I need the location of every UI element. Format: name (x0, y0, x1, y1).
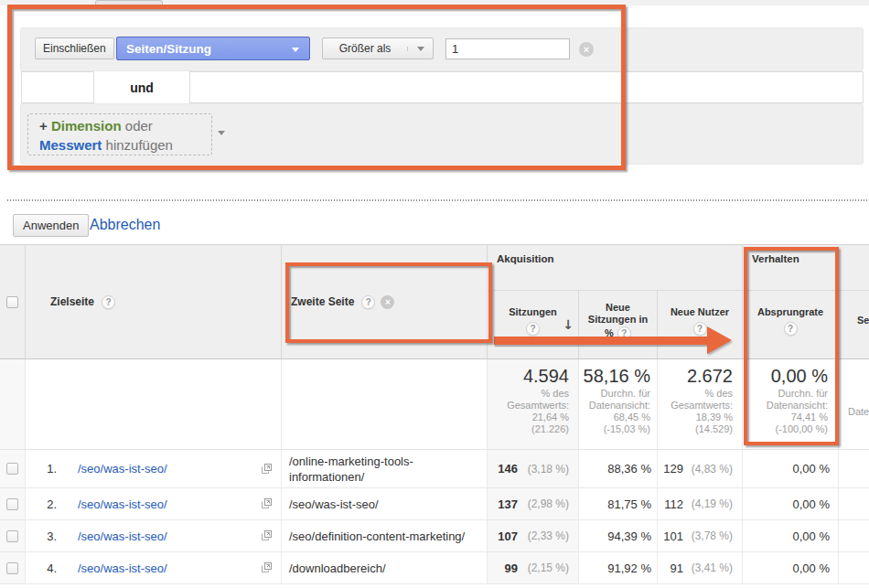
open-in-new-icon[interactable] (261, 529, 273, 544)
report-table: Zielseite ? Zweite Seite ? × Akquisition… (0, 244, 869, 588)
zweite-seite-cell: /online-marketing-tools-informationen/ (282, 450, 488, 487)
column-header-neue-sitzungen[interactable]: Neue Sitzungen in % ? (579, 291, 658, 358)
open-in-new-icon[interactable] (261, 463, 273, 477)
neue-sitzungen-line2: Sitzungen in (588, 314, 648, 326)
neue-sitzungen-cell: 81,75 % (579, 488, 658, 519)
verhalten-label: Verhalten (752, 253, 799, 264)
select-all-checkbox[interactable] (6, 296, 18, 308)
table-row: 1. /seo/was-ist-seo/ /online-marketing-t… (0, 450, 869, 488)
or-label: oder (125, 118, 153, 134)
zielseite-cell: 1. /seo/was-ist-seo/ (26, 450, 282, 487)
zielseite-link[interactable]: /seo/was-ist-seo/ (78, 462, 167, 476)
row-index: 2. (38, 497, 57, 511)
summary-value: 0,00 % (771, 368, 828, 385)
help-icon[interactable]: ? (693, 322, 707, 336)
neue-sitzungen-cell: 88,36 % (579, 450, 658, 487)
group-header-akquisition: Akquisition (488, 245, 743, 291)
absprungrate-cell: 0,00 % (743, 450, 839, 487)
summary-neue-sitzungen: 58,16 % Durchn. für Datenansicht: 68,45 … (579, 359, 658, 449)
operator-dropdown[interactable]: Größer als (322, 37, 434, 59)
zielseite-cell: 2. /seo/was-ist-seo/ (26, 488, 282, 519)
row-index: 1. (38, 462, 57, 476)
table-row: 3. /seo/was-ist-seo/ /seo/definition-con… (0, 520, 869, 552)
column-header-absprungrate[interactable]: Absprungrate ? (743, 291, 839, 358)
row-index: 4. (38, 561, 57, 575)
dotted-divider (7, 199, 869, 201)
sitzungen-cell: 99 (2,15 %) (488, 552, 579, 583)
column-header-zweite-seite[interactable]: Zweite Seite ? × (282, 245, 488, 358)
summary-value: 58,16 % (584, 368, 650, 385)
help-icon[interactable]: ? (102, 295, 115, 309)
table-row: 4. /seo/was-ist-seo/ /downloadbereich/ 9… (0, 552, 869, 584)
zielseite-link[interactable]: /seo/was-ist-seo/ (78, 529, 167, 543)
neue-nutzer-cell: 129 (4,83 %) (658, 450, 743, 487)
row-checkbox-cell (0, 552, 26, 583)
column-header-sitzungen[interactable]: Sitzungen ? ↓ (488, 291, 579, 358)
connector-cell-right (189, 71, 864, 103)
absprungrate-cell: 0,00 % (743, 552, 839, 583)
row-index: 3. (38, 529, 57, 543)
open-in-new-icon[interactable] (261, 561, 273, 576)
top-cropped-tab (95, 0, 163, 5)
chevron-down-icon[interactable] (218, 131, 225, 135)
table-row: 2. /seo/was-ist-seo/ /seo/was-ist-seo/ 1… (0, 488, 869, 520)
row-checkbox[interactable] (6, 530, 18, 542)
help-icon[interactable]: ? (784, 322, 798, 336)
next-row-partial (0, 584, 869, 588)
zweite-seite-cell: /seo/was-ist-seo/ (282, 488, 488, 519)
add-metric-label: Messwert (39, 137, 102, 153)
connector-and-label: und (94, 71, 189, 103)
neue-nutzer-cell: 101 (3,78 %) (658, 520, 743, 551)
column-header-neue-nutzer[interactable]: Neue Nutzer ? (658, 291, 743, 358)
add-dimension-label: Dimension (51, 118, 122, 134)
sitzungen-cell: 107 (2,33 %) (488, 520, 579, 551)
row-checkbox-cell (0, 520, 26, 551)
column-header-seiten-clipped[interactable]: Sei (839, 291, 869, 358)
zielseite-link[interactable]: /seo/was-ist-seo/ (78, 497, 167, 511)
neue-nutzer-cell: 112 (4,19 %) (658, 488, 743, 519)
sitzungen-cell: 146 (3,18 %) (488, 450, 579, 487)
row-checkbox[interactable] (6, 498, 18, 510)
zielseite-cell: 3. /seo/was-ist-seo/ (26, 520, 282, 551)
dimension-dropdown[interactable]: Seiten/Sitzung (116, 37, 310, 60)
help-icon[interactable]: ? (361, 295, 375, 309)
dimension-dropdown-label: Seiten/Sitzung (126, 42, 211, 56)
filter-value-input[interactable] (445, 38, 570, 59)
help-icon[interactable]: ? (526, 322, 540, 336)
operator-dropdown-label: Größer als (323, 42, 407, 55)
plus-icon: + (39, 118, 48, 134)
summary-value: 4.594 (523, 368, 569, 385)
cancel-link[interactable]: Abbrechen (90, 217, 160, 233)
apply-button[interactable]: Anwenden (13, 214, 89, 237)
help-icon[interactable]: ? (617, 326, 631, 340)
row-checkbox-cell (0, 488, 26, 519)
sort-descending-icon[interactable]: ↓ (563, 319, 574, 331)
clear-filter-icon[interactable]: × (579, 42, 594, 57)
neue-sitzungen-line3: % (605, 327, 614, 339)
column-header-zielseite[interactable]: Zielseite ? (26, 245, 282, 358)
zielseite-link[interactable]: /seo/was-ist-seo/ (78, 561, 167, 575)
neue-nutzer-label: Neue Nutzer (671, 306, 729, 318)
sitzungen-label: Sitzungen (509, 306, 557, 318)
include-dropdown-button[interactable]: Einschließen (35, 37, 114, 59)
neue-sitzungen-line1: Neue (606, 302, 630, 314)
sitzungen-cell: 137 (2,98 %) (488, 488, 579, 519)
add-dimension-metric-button[interactable]: + Dimension oder Messwert hinzufügen (27, 113, 212, 155)
seiten-cell (839, 552, 869, 583)
row-checkbox[interactable] (6, 463, 18, 475)
neue-sitzungen-cell: 94,39 % (579, 520, 658, 551)
summary-absprungrate: 0,00 % Durchn. für Datenansicht: 74,41 %… (743, 359, 839, 449)
summary-row: 4.594 % des Gesamtwerts: 21,64 % (21.226… (0, 359, 869, 450)
neue-nutzer-cell: 91 (3,41 %) (658, 552, 743, 583)
remove-column-icon[interactable]: × (381, 295, 394, 309)
summary-sitzungen: 4.594 % des Gesamtwerts: 21,64 % (21.226… (488, 359, 579, 449)
chevron-down-box (407, 47, 433, 51)
absprungrate-cell: 0,00 % (743, 488, 839, 519)
chevron-down-icon (292, 48, 299, 52)
open-in-new-icon[interactable] (261, 497, 273, 512)
akquisition-label: Akquisition (497, 253, 554, 264)
zweite-seite-cell: /downloadbereich/ (282, 552, 488, 583)
summary-checkbox-cell (0, 359, 26, 449)
row-checkbox[interactable] (6, 562, 18, 574)
group-header-verhalten: Verhalten (743, 245, 869, 291)
